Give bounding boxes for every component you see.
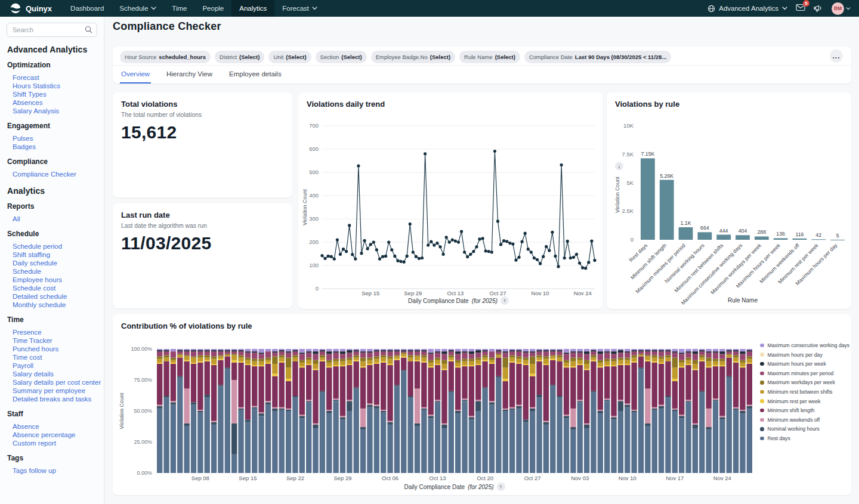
stack-segment[interactable] [258, 366, 264, 412]
stack-segment[interactable] [191, 358, 196, 363]
stack-segment[interactable] [509, 349, 515, 350]
stack-segment[interactable] [163, 358, 169, 361]
stack-segment[interactable] [218, 386, 223, 473]
stack-segment[interactable] [570, 358, 576, 361]
stack-segment[interactable] [625, 360, 630, 364]
stack-segment[interactable] [401, 358, 406, 370]
stack-segment[interactable] [482, 350, 487, 351]
stack-segment[interactable] [360, 353, 366, 357]
stack-segment[interactable] [536, 395, 542, 397]
stack-segment[interactable] [727, 350, 732, 351]
stack-segment[interactable] [598, 410, 603, 411]
stack-segment[interactable] [496, 376, 501, 378]
stack-segment[interactable] [306, 402, 311, 473]
stack-segment[interactable] [265, 364, 271, 401]
stack-segment[interactable] [489, 364, 495, 401]
data-point[interactable] [514, 258, 517, 261]
stack-segment[interactable] [584, 370, 589, 423]
stack-segment[interactable] [611, 417, 616, 419]
stack-segment[interactable] [638, 367, 644, 369]
stack-segment[interactable] [557, 349, 562, 350]
stack-segment[interactable] [645, 426, 650, 473]
stack-segment[interactable] [421, 363, 427, 407]
stack-segment[interactable] [421, 350, 427, 351]
stack-segment[interactable] [672, 351, 678, 353]
stack-segment[interactable] [415, 423, 420, 426]
stack-segment[interactable] [693, 369, 698, 370]
stack-segment[interactable] [591, 351, 596, 355]
stack-segment[interactable] [354, 358, 359, 360]
stack-segment[interactable] [374, 350, 379, 351]
stack-segment[interactable] [225, 351, 230, 354]
stack-segment[interactable] [462, 353, 467, 358]
stack-segment[interactable] [719, 420, 725, 473]
stack-segment[interactable] [407, 351, 413, 355]
stack-segment[interactable] [286, 349, 291, 351]
data-point[interactable] [432, 243, 435, 246]
stack-segment[interactable] [238, 409, 243, 410]
stack-segment[interactable] [598, 363, 603, 366]
stack-segment[interactable] [320, 351, 325, 355]
stack-segment[interactable] [598, 366, 603, 367]
stack-segment[interactable] [638, 356, 644, 367]
stack-segment[interactable] [469, 416, 474, 417]
stack-segment[interactable] [205, 355, 210, 357]
stack-segment[interactable] [584, 364, 589, 369]
stack-segment[interactable] [252, 407, 257, 409]
stack-segment[interactable] [489, 405, 495, 473]
bar-maximum-minutes-per-period[interactable] [679, 227, 693, 240]
stack-segment[interactable] [286, 411, 291, 473]
stack-segment[interactable] [685, 402, 691, 473]
stack-segment[interactable] [279, 358, 285, 361]
stack-segment[interactable] [299, 416, 305, 418]
stack-segment[interactable] [421, 410, 427, 473]
stack-segment[interactable] [496, 358, 501, 376]
sidebar-item-time-tracker[interactable]: Time Tracker [13, 336, 97, 345]
data-point[interactable] [487, 250, 490, 253]
stack-segment[interactable] [611, 420, 616, 473]
stack-segment[interactable] [462, 400, 467, 401]
sidebar-item-forecast[interactable]: Forecast [13, 73, 97, 82]
stack-segment[interactable] [713, 351, 718, 353]
stack-segment[interactable] [381, 355, 386, 357]
stack-segment[interactable] [719, 366, 725, 416]
data-point[interactable] [345, 250, 348, 253]
stack-segment[interactable] [184, 361, 189, 389]
filter-chip-unit[interactable]: Unit(Select) [268, 51, 311, 63]
sidebar-item-tags-follow-up[interactable]: Tags follow up [13, 466, 97, 475]
stack-segment[interactable] [604, 398, 610, 400]
data-point[interactable] [542, 255, 545, 258]
stack-segment[interactable] [238, 355, 243, 357]
stack-segment[interactable] [598, 349, 603, 351]
data-point[interactable] [548, 249, 551, 252]
nav-item-people[interactable]: People [194, 0, 231, 17]
stack-segment[interactable] [197, 350, 203, 351]
stack-segment[interactable] [604, 349, 610, 351]
stack-segment[interactable] [258, 359, 264, 361]
data-point[interactable] [530, 251, 533, 253]
stack-segment[interactable] [475, 358, 481, 360]
stack-segment[interactable] [299, 418, 305, 473]
stack-segment[interactable] [523, 422, 529, 473]
stack-segment[interactable] [374, 405, 379, 406]
stack-segment[interactable] [672, 381, 678, 409]
sidebar-item-pulses[interactable]: Pulses [13, 134, 97, 143]
stack-segment[interactable] [659, 405, 664, 406]
data-point[interactable] [323, 257, 326, 260]
stack-segment[interactable] [577, 353, 583, 357]
stack-segment[interactable] [313, 364, 318, 369]
stack-segment[interactable] [184, 426, 189, 473]
bar-minimum-shift-length[interactable] [660, 180, 674, 240]
stack-segment[interactable] [435, 402, 440, 473]
stack-segment[interactable] [503, 381, 508, 409]
stack-segment[interactable] [489, 402, 495, 404]
tab-employee-details[interactable]: Employee details [228, 66, 283, 84]
data-point[interactable] [427, 243, 430, 246]
stack-segment[interactable] [225, 349, 230, 350]
stack-segment[interactable] [374, 349, 379, 350]
stack-segment[interactable] [381, 411, 386, 412]
data-point[interactable] [560, 163, 563, 166]
stack-segment[interactable] [184, 389, 189, 423]
stack-segment[interactable] [367, 404, 372, 405]
stack-segment[interactable] [469, 365, 474, 366]
